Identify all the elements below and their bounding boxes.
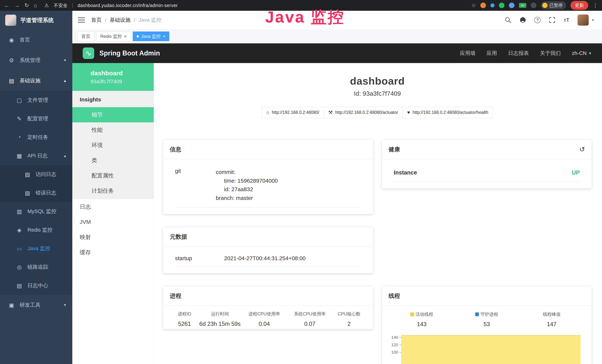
threads-chart-plot [401, 335, 581, 364]
reload-icon[interactable]: ↻ [24, 2, 29, 9]
info-value: commit: time: 1596289704000 id: 27aa832 … [216, 168, 278, 202]
sidebar-item-label: 访问日志 [36, 171, 56, 178]
wave-icon: ∿ [85, 49, 92, 57]
bookmark-star-icon[interactable]: ☆ [471, 2, 476, 9]
sidebar-item-system-management[interactable]: ⚙ 系统管理 ▾ [0, 50, 72, 70]
sba-item-jvm[interactable]: JVM [72, 214, 154, 230]
tab-home[interactable]: 首页 [77, 32, 94, 41]
sidebar-item-infrastructure[interactable]: ▤ 基础设施 ▴ [0, 70, 72, 91]
back-icon[interactable]: ← [4, 2, 10, 9]
brand[interactable]: 芋道管理系统 [0, 11, 72, 30]
metadata-card-title: 元数据 [163, 227, 373, 247]
sidebar-item-config-management[interactable]: ✎ 配置管理 [0, 109, 72, 128]
menu-dots-icon[interactable]: ⋮ [593, 2, 598, 9]
sba-nav-about[interactable]: 关于我们 [540, 50, 561, 57]
sba-item-performance[interactable]: 性能 [72, 122, 154, 138]
sidebar-item-label: 定时任务 [27, 134, 48, 141]
sba-item-environment[interactable]: 环境 [72, 138, 154, 153]
paused-badge[interactable]: 已暂停 [541, 1, 566, 10]
avatar[interactable] [578, 14, 589, 26]
sidebar-item-dev-tools[interactable]: ▣ 研发工具 ▾ [0, 295, 72, 315]
history-icon[interactable]: ↺ [579, 146, 585, 153]
forward-icon[interactable]: → [14, 2, 20, 9]
sidebar-item-home[interactable]: ◉ 首页 [0, 30, 72, 50]
fullscreen-icon[interactable] [549, 17, 556, 23]
instance-id: 93a3fc7f7409 [90, 79, 154, 85]
sba-item-logs[interactable]: 日志 [72, 199, 154, 214]
sidebar-item-access-logs[interactable]: ▨ 访问日志 [0, 165, 72, 183]
process-value: 0.04 [241, 321, 287, 327]
chevron-down-icon: ▾ [589, 50, 591, 56]
sba-item-caches[interactable]: 缓存 [72, 245, 154, 260]
sidebar-item-link-tracing[interactable]: ◎ 链路追踪 [0, 258, 72, 276]
breadcrumb: 首页 / 基础设施 / Java 监控 [91, 17, 161, 23]
header-actions: ? тT ▾ [505, 14, 594, 26]
sidebar-item-api-logs[interactable]: ▦ API 日志 ▴ [0, 147, 72, 165]
sba-item-scheduled-tasks[interactable]: 计划任务 [72, 183, 154, 198]
home-icon[interactable]: ⌂ [34, 2, 37, 9]
metadata-key: startup [175, 255, 224, 261]
sba-item-mappings[interactable]: 映射 [72, 230, 154, 245]
search-icon[interactable] [505, 17, 511, 23]
sba-item-config-properties[interactable]: 配置属性 [72, 168, 154, 183]
instance-link-health[interactable]: ♥ http://192.168.0.2:48080/actuator/heal… [402, 107, 493, 118]
card-title: 信息 [170, 146, 181, 153]
sidebar-item-label: 错误日志 [36, 189, 56, 196]
sidebar-item-file-management[interactable]: ▢ 文件管理 [0, 91, 72, 109]
close-icon[interactable]: × [124, 34, 127, 39]
legend-value: 147 [519, 321, 584, 328]
extension-icon[interactable] [531, 3, 536, 8]
extension-icon[interactable] [499, 3, 505, 8]
y-tick: 140 [391, 335, 401, 340]
sba-nav-journal[interactable]: 日志报表 [508, 50, 529, 57]
health-name: Instance [394, 169, 417, 176]
sba-item-details[interactable]: 细节 [72, 107, 154, 122]
sidebar-item-scheduled-tasks[interactable]: ◔ 定时任务 [0, 128, 72, 147]
api-log-icon: ▦ [16, 153, 23, 159]
hamburger-icon[interactable] [78, 17, 85, 23]
sba-nav-wallboard[interactable]: 应用墙 [460, 50, 475, 57]
security-label[interactable]: 不安全 [54, 2, 67, 9]
active-dot [137, 35, 139, 37]
sidebar-item-error-logs[interactable]: ▧ 错误日志 [0, 183, 72, 202]
breadcrumb-item[interactable]: 首页 [91, 17, 102, 23]
help-icon[interactable]: ? [534, 17, 541, 23]
process-header-row: 进程ID 运行时间 进程CPU使用率 系统CPU使用率 CPU核心数 [171, 311, 366, 317]
sba-brand-title[interactable]: Spring Boot Admin [99, 49, 160, 57]
log-center-icon: ▤ [16, 282, 23, 289]
font-size-icon[interactable]: тT [564, 17, 569, 23]
sba-nav: 应用墙 应用 日志报表 关于我们 zh-CN ▾ [460, 50, 591, 57]
sba-item-classes[interactable]: 类 [72, 153, 154, 168]
file-icon: ▢ [16, 97, 23, 104]
sidebar-item-mysql-monitor[interactable]: ▥ MySQL 监控 [0, 202, 72, 221]
extension-on-badge[interactable]: on [519, 3, 526, 8]
tab-redis-monitor[interactable]: Redis 监控 × [97, 32, 130, 41]
annotation-text: Java 监控 [265, 6, 345, 28]
sba-main: dashboard Id: 93a3fc7f7409 ⌂ http://192.… [154, 63, 602, 364]
brand-title: 芋道管理系统 [20, 17, 54, 24]
breadcrumb-item[interactable]: 基础设施 [110, 17, 130, 23]
github-icon[interactable] [519, 17, 526, 23]
instance-link-home[interactable]: ⌂ http://192.168.0.2:48080/ [262, 107, 324, 118]
url-text[interactable]: dashboard.yudao.iocoder.cn/infra/admin-s… [77, 3, 178, 8]
close-icon[interactable]: × [163, 34, 165, 39]
sidebar-item-log-center[interactable]: ▤ 日志中心 [0, 276, 72, 295]
breadcrumb-item-current: Java 监控 [139, 17, 161, 23]
chevron-down-icon: ▾ [64, 303, 66, 307]
instance-link-actuator[interactable]: ⚒ http://192.168.0.2:48080/actuator [324, 107, 403, 118]
sidebar-item-java-monitor[interactable]: ▭ Java 监控 [0, 239, 72, 258]
extension-icon[interactable] [480, 3, 486, 8]
home-icon: ⌂ [266, 110, 269, 115]
extension-icon[interactable] [490, 3, 494, 7]
sidebar-item-redis-monitor[interactable]: ◈ Redis 监控 [0, 221, 72, 239]
sba-nav-applications[interactable]: 应用 [487, 50, 497, 57]
update-button[interactable]: 更新 [570, 1, 588, 10]
dashboard-icon: ◉ [8, 37, 15, 43]
process-value: 6d 23h 15m 59s [198, 321, 241, 327]
metadata-value: 2021-04-27T00:44:31.254+08:00 [224, 255, 306, 261]
extension-icon[interactable] [509, 3, 515, 8]
instance-header[interactable]: dashboard 93a3fc7f7409 [72, 63, 154, 91]
health-row-instance[interactable]: Instance UP [394, 161, 580, 182]
locale-selector[interactable]: zh-CN ▾ [572, 50, 591, 56]
tab-java-monitor[interactable]: Java 监控 × [133, 32, 169, 41]
